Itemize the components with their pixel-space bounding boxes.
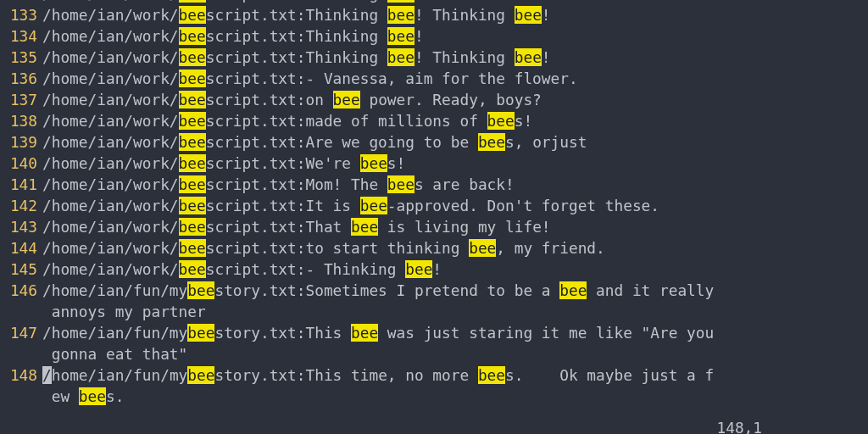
search-highlight: bee [360,197,387,214]
text-segment: ! [542,48,551,66]
text-segment: /home/ian/work/ [42,218,179,236]
search-highlight: bee [179,6,206,24]
line-text: /home/ian/fun/mybeestory.txt:This bee wa… [42,322,714,343]
text-segment: script.txt:Thinking [206,48,387,66]
line-text: /home/ian/work/beescript.txt:It is bee-a… [42,195,659,216]
search-highlight: bee [387,27,415,45]
search-highlight: bee [405,260,432,278]
text-segment: ! [432,260,442,278]
search-highlight: bee [179,112,206,130]
buffer-line[interactable]: 137/home/ian/work/beescript.txt:on bee p… [0,89,868,110]
search-highlight: bee [333,91,360,108]
text-segment: /home/ian/work/ [42,27,179,45]
search-highlight: bee [360,154,387,172]
line-number: 137 [0,89,42,110]
text-segment: /home/ian/work/ [42,239,179,257]
line-number: 133 [0,4,42,25]
buffer-line[interactable]: 144/home/ian/work/beescript.txt:to start… [0,237,868,259]
text-segment: script.txt:on [206,91,333,108]
text-segment: story.txt:Sometimes I pretend to be a [214,281,559,299]
search-highlight: bee [478,133,505,151]
line-number: 138 [0,110,42,131]
buffer-line[interactable]: 142/home/ian/work/beescript.txt:It is be… [0,195,868,216]
buffer-line[interactable]: 147/home/ian/fun/mybeestory.txt:This bee… [0,322,868,343]
text-segment: /home/ian/work/ [42,48,179,66]
line-text: /home/ian/work/beescript.txt:Are we goin… [42,131,587,153]
search-highlight: bee [179,48,206,66]
text-segment: s are back! [415,175,515,193]
buffer-line-wrap[interactable]: gonna eat that" [0,343,868,364]
text-segment: /home/ian/work/ [42,133,179,151]
buffer-line-wrap[interactable]: annoys my partner [0,301,868,322]
search-highlight: bee [487,112,515,130]
buffer-line[interactable]: 140/home/ian/work/beescript.txt:We're be… [0,153,868,174]
search-highlight: bee [469,239,496,257]
line-number: 148 [0,364,42,386]
text-segment: ! Thinking [415,48,515,66]
buffer-line[interactable]: 138/home/ian/work/beescript.txt:made of … [0,110,868,131]
text-segment: /home/ian/work/ [42,175,179,193]
buffer-line[interactable]: 133/home/ian/work/beescript.txt:Thinking… [0,4,868,25]
text-segment: /home/ian/work/ [42,260,179,278]
buffer-line[interactable]: 135/home/ian/work/beescript.txt:Thinking… [0,47,868,68]
text-segment: /home/ian/work/ [42,6,179,24]
cursor: / [42,366,52,384]
line-text: /home/ian/work/beescript.txt:Mom! The be… [42,174,515,195]
search-highlight: bee [387,48,415,66]
line-text: /home/ian/work/beescript.txt:Thinking be… [42,47,551,68]
search-highlight: bee [179,154,206,172]
search-highlight: bee [179,260,206,278]
text-segment: and it really [587,281,714,299]
text-segment: script.txt:Thinking [206,0,387,3]
line-number: 144 [0,237,42,259]
text-segment: story.txt:This [214,324,351,342]
text-segment: /home/ian/work/ [42,91,179,108]
text-segment: home/ian/fun/my [52,366,188,384]
line-number [0,301,42,322]
line-number: 143 [0,216,42,237]
line-text: gonna eat that" [42,343,187,364]
text-segment: ! [542,6,551,24]
text-segment: script.txt:made of millions of [206,112,487,130]
text-segment: /home/ian/work/ [42,112,179,130]
buffer-line[interactable]: 148/home/ian/fun/mybeestory.txt:This tim… [0,364,868,386]
buffer-line[interactable]: 141/home/ian/work/beescript.txt:Mom! The… [0,174,868,195]
search-highlight: bee [351,218,378,236]
search-highlight: bee [179,70,206,87]
line-number: 147 [0,322,42,343]
line-text: /home/ian/work/beescript.txt:on bee powe… [42,89,542,110]
text-segment: ! Thinking [415,6,515,24]
search-highlight: bee [387,6,415,24]
text-segment: power. Ready, boys? [360,91,542,108]
text-segment: s. Ok maybe just a f [505,366,714,384]
editor-viewport[interactable]: 132/home/ian/work/beescript.txt:Thinking… [0,0,868,417]
search-highlight: bee [187,324,214,342]
text-segment: script.txt:to start thinking [206,239,469,257]
buffer-line[interactable]: 136/home/ian/work/beescript.txt:- Vaness… [0,68,868,89]
status-bar: 148,1 Bot [0,396,868,417]
search-highlight: bee [179,133,206,151]
text-segment: gonna eat that" [42,345,187,363]
buffer-line[interactable]: 145/home/ian/work/beescript.txt:- Thinki… [0,259,868,280]
text-segment: script.txt:Thinking [206,27,387,45]
search-highlight: bee [187,281,214,299]
buffer-line[interactable]: 139/home/ian/work/beescript.txt:Are we g… [0,131,868,153]
text-segment: script.txt:Are we going to be [206,133,478,151]
text-segment: /home/ian/work/ [42,154,179,172]
buffer-line[interactable]: 146/home/ian/fun/mybeestory.txt:Sometime… [0,280,868,301]
text-segment: ! [415,0,424,3]
line-text: /home/ian/work/beescript.txt:That bee is… [42,216,551,237]
text-segment: /home/ian/fun/my [42,324,187,342]
buffer-line[interactable]: 143/home/ian/work/beescript.txt:That bee… [0,216,868,237]
line-number [0,343,42,364]
text-segment: , my friend. [496,239,604,257]
search-highlight: bee [187,366,214,384]
search-highlight: bee [478,366,505,384]
text-segment: script.txt:- Thinking [206,260,406,278]
text-segment: script.txt:That [206,218,351,236]
text-buffer[interactable]: 132/home/ian/work/beescript.txt:Thinking… [0,0,868,407]
line-number: 146 [0,280,42,301]
search-highlight: bee [515,48,542,66]
search-highlight: bee [515,6,542,24]
buffer-line[interactable]: 134/home/ian/work/beescript.txt:Thinking… [0,25,868,47]
